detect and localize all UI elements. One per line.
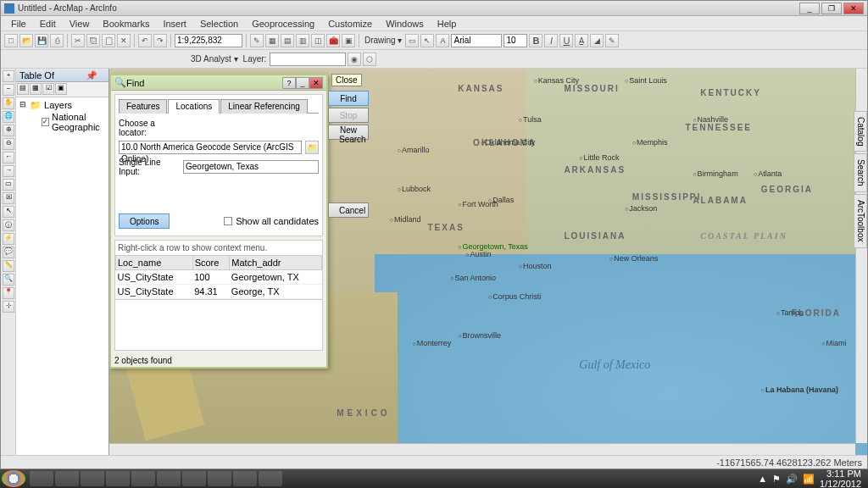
- linecolor-icon[interactable]: ✎: [605, 34, 619, 47]
- analyst-label[interactable]: 3D Analyst ▾: [191, 54, 238, 64]
- show-all-checkbox[interactable]: [224, 217, 232, 225]
- fontsize-select[interactable]: 10: [504, 34, 527, 47]
- select-features-icon[interactable]: ▭: [3, 179, 14, 191]
- list-selection-icon[interactable]: ▣: [55, 83, 67, 95]
- menu-selection[interactable]: Selection: [193, 19, 245, 29]
- windows-taskbar[interactable]: ▲ ⚑ 🔊 📶 3:11 PM 1/12/2012: [0, 469, 868, 488]
- col-locname[interactable]: Loc_name: [116, 256, 193, 270]
- options-button[interactable]: Options: [119, 214, 170, 229]
- menu-file[interactable]: File: [4, 19, 33, 29]
- forward-icon[interactable]: →: [3, 165, 14, 177]
- undo-icon[interactable]: ↶: [138, 34, 152, 47]
- fillcolor-icon[interactable]: ◢: [590, 34, 604, 47]
- menu-edit[interactable]: Edit: [33, 19, 63, 29]
- save-icon[interactable]: 💾: [35, 34, 48, 47]
- layer-tool2-icon[interactable]: ⬡: [363, 53, 376, 66]
- task-word-icon[interactable]: [106, 471, 130, 486]
- zoomout-icon[interactable]: −: [3, 84, 14, 96]
- text-icon[interactable]: A: [436, 34, 449, 47]
- font-select[interactable]: Arial: [451, 34, 502, 47]
- col-matchaddr[interactable]: Match_addr: [230, 256, 322, 270]
- task-ppt-icon[interactable]: [131, 471, 155, 486]
- task-explorer-icon[interactable]: [30, 471, 53, 486]
- menu-insert[interactable]: Insert: [156, 19, 193, 29]
- select-icon[interactable]: ▭: [405, 34, 419, 47]
- new-search-button[interactable]: New Search: [328, 125, 369, 140]
- cut-icon[interactable]: ✂: [71, 34, 85, 47]
- redo-icon[interactable]: ↷: [153, 34, 167, 47]
- html-popup-icon[interactable]: 💬: [3, 247, 14, 258]
- task-app-icon[interactable]: [233, 471, 257, 486]
- find-dialog[interactable]: 🔍 Find ? _ ✕ Find Stop New Search Cancel…: [109, 74, 328, 369]
- tab-catalog[interactable]: Catalog: [854, 111, 867, 152]
- task-ie-icon[interactable]: [55, 471, 79, 486]
- cancel-button[interactable]: Cancel: [328, 202, 369, 218]
- table-row[interactable]: US_CityState 94.31 George, TX: [116, 285, 322, 299]
- menu-help[interactable]: Help: [431, 19, 464, 29]
- identify-icon[interactable]: ⓘ: [3, 219, 14, 231]
- tray-network-icon[interactable]: 📶: [803, 474, 815, 485]
- python-icon[interactable]: ▣: [342, 34, 355, 47]
- editor-icon[interactable]: ✎: [250, 34, 264, 47]
- minimize-button[interactable]: _: [799, 3, 820, 14]
- toc-layers-root[interactable]: 📁 Layers: [18, 99, 107, 112]
- list-source-icon[interactable]: ▦: [30, 83, 42, 95]
- zoomin-icon[interactable]: +: [3, 70, 14, 82]
- clear-selection-icon[interactable]: ☒: [3, 192, 14, 204]
- menu-bookmarks[interactable]: Bookmarks: [96, 19, 156, 29]
- start-button[interactable]: [2, 470, 25, 487]
- tab-arctoolbox[interactable]: ArcToolbox: [854, 194, 867, 247]
- task-app-icon[interactable]: [182, 471, 206, 486]
- findroute-icon[interactable]: 📍: [3, 287, 14, 299]
- fullextent-icon[interactable]: 🌐: [3, 111, 14, 123]
- underline-icon[interactable]: U: [559, 34, 573, 47]
- tool3-icon[interactable]: ▥: [296, 34, 309, 47]
- tray-time[interactable]: 3:11 PM: [820, 469, 861, 479]
- scale-input[interactable]: 1:9,225,832: [175, 34, 242, 47]
- menu-windows[interactable]: Windows: [379, 19, 431, 29]
- layer-checkbox[interactable]: ✓: [42, 118, 49, 126]
- tray-flag-icon[interactable]: ⚑: [772, 474, 781, 485]
- task-arcmap-icon[interactable]: [259, 471, 282, 486]
- results-table[interactable]: Loc_name Score Match_addr US_CityState 1…: [115, 255, 322, 299]
- layer-tool-icon[interactable]: ◉: [348, 53, 361, 66]
- tool1-icon[interactable]: ▦: [265, 34, 279, 47]
- close-button[interactable]: ✕: [843, 3, 864, 14]
- toc-header[interactable]: Table Of Contents 📌 ✕: [16, 69, 108, 82]
- hyperlink-icon[interactable]: ⚡: [3, 233, 14, 245]
- tray-up-icon[interactable]: ▲: [758, 474, 767, 484]
- list-drawing-icon[interactable]: ▤: [17, 83, 29, 95]
- find-icon[interactable]: 🔍: [3, 274, 14, 286]
- toc-tree[interactable]: 📁 Layers ✓ National Geographic: [16, 97, 108, 455]
- find-titlebar[interactable]: 🔍 Find ? _ ✕: [111, 75, 326, 91]
- tool4-icon[interactable]: ◫: [311, 34, 325, 47]
- col-score[interactable]: Score: [192, 256, 230, 270]
- measure-icon[interactable]: 📏: [3, 260, 14, 272]
- tab-linear-referencing[interactable]: Linear Referencing: [220, 99, 308, 114]
- system-tray[interactable]: ▲ ⚑ 🔊 📶 3:11 PM 1/12/2012: [753, 469, 866, 488]
- back-icon[interactable]: ←: [3, 152, 14, 164]
- toolbox-icon[interactable]: 🧰: [326, 34, 340, 47]
- paste-icon[interactable]: 📋: [102, 34, 115, 47]
- maximize-button[interactable]: ❐: [821, 3, 842, 14]
- tray-volume-icon[interactable]: 🔊: [786, 474, 798, 485]
- menu-geoprocessing[interactable]: Geoprocessing: [245, 19, 321, 29]
- locator-select[interactable]: 10.0 North America Geocode Service (ArcG…: [119, 141, 302, 154]
- find-minimize-button[interactable]: _: [296, 77, 309, 89]
- layer-select[interactable]: [270, 53, 346, 66]
- menu-view[interactable]: View: [63, 19, 97, 29]
- open-icon[interactable]: 📂: [19, 34, 33, 47]
- find-button[interactable]: Find: [328, 91, 369, 106]
- print-icon[interactable]: ⎙: [50, 34, 64, 47]
- toc-layer-item[interactable]: ✓ National Geographic: [18, 112, 107, 132]
- tab-search[interactable]: Search: [854, 153, 867, 192]
- table-row[interactable]: US_CityState 100 Georgetown, TX: [116, 270, 322, 285]
- pointer-icon[interactable]: ↖: [420, 34, 434, 47]
- titlebar[interactable]: Untitled - ArcMap - ArcInfo _ ❐ ✕: [1, 1, 867, 16]
- find-help-button[interactable]: ?: [282, 77, 296, 89]
- select-elements-icon[interactable]: ↖: [3, 206, 14, 218]
- italic-icon[interactable]: I: [544, 34, 558, 47]
- find-close-button[interactable]: ✕: [309, 77, 323, 89]
- list-visibility-icon[interactable]: ☑: [42, 83, 54, 95]
- copy-icon[interactable]: ⿻: [86, 34, 100, 47]
